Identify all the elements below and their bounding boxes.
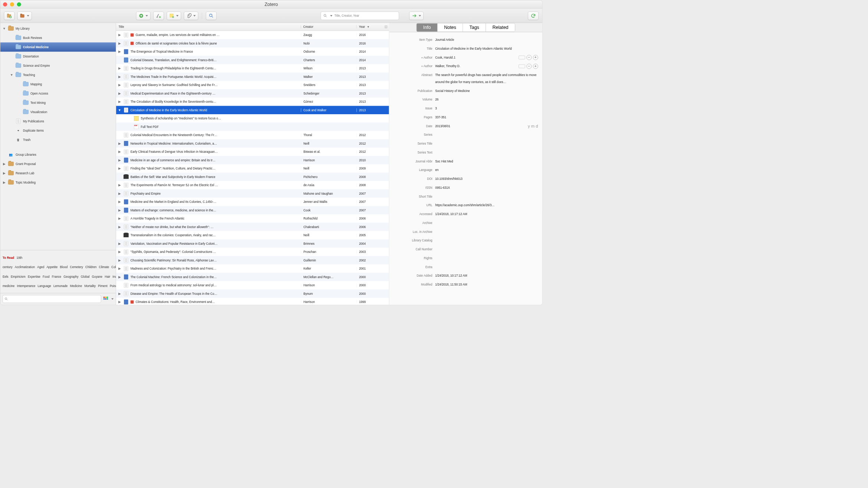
tag-color-menu-icon[interactable] bbox=[103, 296, 109, 302]
item-row[interactable]: ▶The Circulation of Bodily Knowledge in … bbox=[116, 98, 389, 106]
remove-author-button[interactable]: − bbox=[526, 55, 532, 60]
tab-tags[interactable]: Tags bbox=[463, 23, 486, 32]
tag-item[interactable]: Acclimatization bbox=[15, 266, 35, 269]
column-year[interactable]: Year ▼ bbox=[356, 25, 389, 29]
field-url[interactable]: https://academic.oup.com/shm/article/26/… bbox=[435, 202, 538, 209]
tag-item[interactable]: Global bbox=[81, 275, 89, 278]
field-series[interactable] bbox=[435, 131, 538, 138]
item-row[interactable]: Transnationalism in the colonies: Cooper… bbox=[116, 231, 389, 240]
item-row[interactable]: ▶Medicine and the Market in England and … bbox=[116, 198, 389, 206]
item-row[interactable]: ▶Disease and Empire: The Health of Europ… bbox=[116, 290, 389, 298]
item-row[interactable]: ▶"Neither of meate nor drinke, but what … bbox=[116, 223, 389, 231]
item-row[interactable]: ▶Psychiatry and EmpireMahone and Vaughan… bbox=[116, 189, 389, 198]
tag-item[interactable]: Intemperance bbox=[17, 284, 36, 288]
item-row[interactable]: ▶The Emergence of Tropical Medicine in F… bbox=[116, 47, 389, 56]
item-row[interactable]: ▶Medical Experimentation and Race in the… bbox=[116, 89, 389, 98]
item-row[interactable]: ▶The Medicines Trade in the Portuguese A… bbox=[116, 73, 389, 81]
field-accessed[interactable]: 1/24/2018, 10:17:12 AM bbox=[435, 211, 538, 218]
field-date[interactable]: 2013/08/01 bbox=[435, 123, 528, 130]
quick-search-input[interactable]: Title, Creator, Year bbox=[321, 11, 399, 20]
field-archive[interactable] bbox=[435, 220, 538, 227]
zoom-window-button[interactable] bbox=[17, 2, 21, 6]
tab-info[interactable]: Info bbox=[417, 23, 437, 32]
group-library-item[interactable]: ▶Research Lab bbox=[0, 168, 116, 178]
new-collection-button[interactable] bbox=[4, 11, 15, 20]
item-row[interactable]: Colonial Medical Encounters in the Ninet… bbox=[116, 131, 389, 139]
field-extra[interactable] bbox=[435, 264, 538, 271]
tag-item[interactable]: Climate bbox=[99, 266, 109, 269]
field-loc-archive[interactable] bbox=[435, 228, 538, 235]
group-library-item[interactable]: ▶Grant Proposal bbox=[0, 159, 116, 168]
minimize-window-button[interactable] bbox=[10, 2, 14, 6]
new-library-button[interactable] bbox=[17, 11, 32, 20]
new-note-button[interactable] bbox=[167, 11, 181, 20]
tag-item[interactable]: Geography bbox=[63, 275, 78, 278]
sync-button[interactable] bbox=[528, 11, 539, 20]
column-title[interactable]: Title bbox=[116, 25, 301, 29]
tag-item[interactable]: Appetite bbox=[46, 266, 57, 269]
item-row[interactable]: ▶Trading in Drugs through Philadelphia i… bbox=[116, 64, 389, 73]
add-author-button[interactable]: + bbox=[533, 64, 538, 69]
field-catalog[interactable] bbox=[435, 237, 538, 244]
items-list[interactable]: ▶Guerre, maladie, empire. Les services d… bbox=[116, 31, 389, 305]
tab-related[interactable]: Related bbox=[486, 23, 515, 32]
tag-item[interactable]: Cemetery bbox=[70, 266, 83, 269]
collection-item[interactable]: Dissertation bbox=[0, 52, 116, 61]
tab-notes[interactable]: Notes bbox=[438, 23, 463, 32]
add-author-button[interactable]: + bbox=[533, 55, 538, 60]
item-row[interactable]: ▶Officiers de santé et soignantes créole… bbox=[116, 39, 389, 48]
group-library-item[interactable]: ▶Topic Modeling bbox=[0, 178, 116, 187]
field-abstract[interactable]: The search for powerful drugs has caused… bbox=[435, 72, 538, 86]
item-row[interactable]: ▶Matters of exchange: commerce, medicine… bbox=[116, 206, 389, 215]
tag-item[interactable]: Hair bbox=[105, 275, 110, 278]
collection-item[interactable]: Science and Empire bbox=[0, 61, 116, 70]
collection-item[interactable]: Book Reviews bbox=[0, 33, 116, 42]
item-row[interactable]: ▶Finding the "Ideal Diet": Nutrition, Cu… bbox=[116, 164, 389, 173]
field-call[interactable] bbox=[435, 246, 538, 253]
item-row[interactable]: ▶The Colonial Machine: French Science an… bbox=[116, 273, 389, 281]
field-title[interactable]: Circulation of Medicine in the Early Mod… bbox=[435, 45, 538, 52]
tag-item[interactable]: Language bbox=[38, 284, 51, 288]
collection-item[interactable]: ▼Teaching bbox=[0, 70, 116, 79]
tag-item[interactable]: Blood bbox=[60, 266, 68, 269]
field-short-title[interactable] bbox=[435, 193, 538, 200]
tag-filter-input[interactable] bbox=[3, 295, 101, 303]
item-row[interactable]: ▶Medicine in an age of commerce and empi… bbox=[116, 156, 389, 165]
item-row[interactable]: Colonial Disease, Translation, and Enlig… bbox=[116, 56, 389, 65]
item-row[interactable]: ▶Networks in Tropical Medicine: Internat… bbox=[116, 139, 389, 148]
author-swap-icon[interactable] bbox=[519, 65, 525, 68]
field-journal-abbr[interactable]: Soc Hist Med bbox=[435, 158, 538, 165]
collection-item[interactable]: Colonial Medicine bbox=[0, 42, 116, 52]
field-issn[interactable]: 0951-631X bbox=[435, 184, 538, 191]
tag-item[interactable]: Piment bbox=[98, 284, 107, 288]
tag-item[interactable]: Medicine bbox=[70, 284, 82, 288]
item-row[interactable]: ▶Guerre, maladie, empire. Les services d… bbox=[116, 31, 389, 39]
new-item-button[interactable] bbox=[136, 11, 151, 20]
my-publications[interactable]: My Publications bbox=[0, 116, 116, 126]
item-row[interactable]: Battles of the Self: War and Subjectivit… bbox=[116, 173, 389, 181]
item-row[interactable]: Synthesis of scholarship on "medicines" … bbox=[116, 114, 389, 123]
tag-item[interactable]: To Read bbox=[3, 256, 14, 259]
collections-tree[interactable]: ▼ My Library Book ReviewsColonial Medici… bbox=[0, 23, 116, 250]
column-creator[interactable]: Creator bbox=[301, 25, 356, 29]
collection-item[interactable]: Visualization bbox=[0, 107, 116, 116]
advanced-search-button[interactable] bbox=[206, 11, 217, 20]
field-language[interactable]: en bbox=[435, 166, 538, 174]
field-volume[interactable]: 26 bbox=[435, 96, 538, 103]
tag-item[interactable]: Mortality bbox=[84, 284, 96, 288]
tag-item[interactable]: Lemonade bbox=[53, 284, 68, 288]
field-item-type[interactable]: Journal Article bbox=[435, 36, 538, 43]
author-swap-icon[interactable] bbox=[519, 56, 525, 59]
field-pages[interactable]: 337-351 bbox=[435, 114, 538, 121]
field-author-2[interactable]: Walker, Timothy D. bbox=[435, 63, 517, 70]
field-series-text[interactable] bbox=[435, 149, 538, 156]
item-row[interactable]: ▶Leprosy and Slavery in Suriname: Godfri… bbox=[116, 81, 389, 89]
item-row[interactable]: ▶"Syphilis, Opiomania, and Pederasty": C… bbox=[116, 248, 389, 256]
item-row[interactable]: ▶Climates & Constitutions: Health, Race,… bbox=[116, 298, 389, 305]
collection-item[interactable]: Mapping bbox=[0, 79, 116, 89]
tag-selector[interactable]: To Read19th centuryAcclimatizationAgedAp… bbox=[0, 250, 116, 293]
field-publication[interactable]: Social History of Medicine bbox=[435, 88, 538, 95]
tag-item[interactable]: Empiricism bbox=[11, 275, 26, 278]
tag-item[interactable]: Guyane bbox=[92, 275, 102, 278]
item-row[interactable]: ▶The Experiments of Ramón M. Termeyer SJ… bbox=[116, 181, 389, 189]
